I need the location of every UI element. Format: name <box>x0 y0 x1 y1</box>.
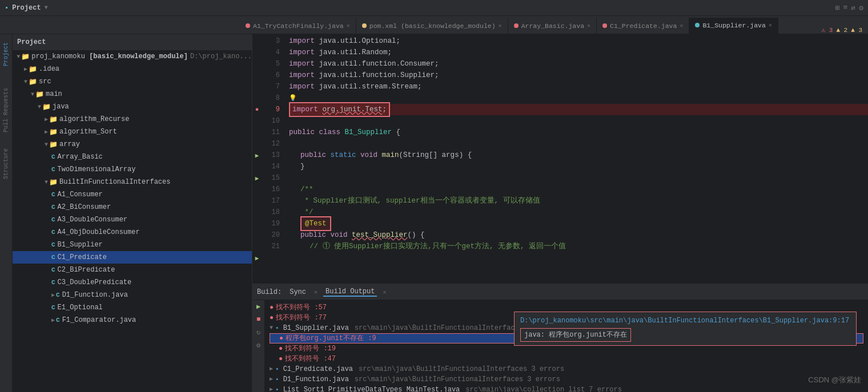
error-icon: ● <box>279 354 283 364</box>
dropdown-arrow[interactable]: ▼ <box>45 5 48 11</box>
tab-close-array[interactable]: ✕ <box>587 22 590 29</box>
main-content: ● ▶ ▶ ▶ <box>252 34 868 392</box>
run-gutter-11: ▶ <box>252 149 262 161</box>
tree-java[interactable]: ▼ 📁 java <box>13 100 252 113</box>
settings-icon[interactable]: ⚙ <box>859 3 863 13</box>
tree-c1-predicate[interactable]: C C1_Predicate <box>13 251 252 264</box>
tree-a2-biconsumer[interactable]: C A2_BiConsumer <box>13 201 252 213</box>
tree-src[interactable]: ▼ 📁 src <box>13 75 252 88</box>
tree-c3-doublepredicate[interactable]: C C3_DoublePredicate <box>13 276 252 289</box>
tree-idea[interactable]: ▶ 📁 .idea <box>13 63 252 75</box>
code-line-12 <box>289 138 868 149</box>
tab-label: A1_TryCatchFinally.java <box>253 22 344 30</box>
tree-arrow: ▼ <box>31 91 34 98</box>
folder-icon: 📁 <box>49 140 58 149</box>
tab-pom[interactable]: pom.xml (basic_knowledge_module) ✕ <box>356 18 508 34</box>
tree-main[interactable]: ▼ 📁 main <box>13 88 252 100</box>
file-label: C1_Predicate.java <box>283 364 353 374</box>
tree-label: A3_DoubleConsumer <box>58 216 127 224</box>
project-tree[interactable]: ▼ 📁 proj_kanomoku [basic_knowledge_modul… <box>13 50 252 392</box>
code-area[interactable]: import java.util.Optional; import java.u… <box>284 34 868 284</box>
globe-icon[interactable]: ⊞ <box>835 3 840 13</box>
tab-a1[interactable]: A1_TryCatchFinally.java ✕ <box>240 18 356 34</box>
code-editor[interactable]: ● ▶ ▶ ▶ <box>252 34 868 284</box>
tab-close-c1[interactable]: ✕ <box>680 22 683 29</box>
tab-active-dot <box>695 23 700 27</box>
error-detail-panel: D:\proj_kanomoku\src\main\java\BuiltInFu… <box>514 312 857 346</box>
tree-array-basic[interactable]: C Array_Basic <box>13 151 252 163</box>
tree-a3-doubleconsumer[interactable]: C A3_DoubleConsumer <box>13 213 252 226</box>
tree-arrow: ▼ <box>24 79 27 85</box>
file-icon: ▪ <box>275 374 279 385</box>
tree-algorithm-recurse[interactable]: ▶ 📁 algorithm_Recurse <box>13 113 252 126</box>
code-line-17: * Supplier接口测试, supplier相当一个容器或者变量, 可以存储… <box>289 195 868 207</box>
tree-label: BuiltInFunctionalInterfaces <box>59 178 170 186</box>
run-icon[interactable]: ▶ <box>256 302 260 311</box>
build-tab-build[interactable]: Build: <box>257 288 282 296</box>
filter-icon[interactable]: ⚙ <box>256 341 260 350</box>
warn-badge-3: ▲ 3 <box>851 27 862 34</box>
project-header: Project <box>13 34 252 50</box>
tree-d1-function[interactable]: ▶ C D1_Function.java <box>13 289 252 301</box>
tree-label: E1_Optional <box>58 304 103 312</box>
list-icon[interactable]: ≡ <box>843 3 848 12</box>
tree-b1-supplier[interactable]: C B1_Supplier <box>13 239 252 251</box>
tree-arrow: ▶ <box>45 116 48 123</box>
code-line-11: public class B1_Supplier { <box>289 127 868 138</box>
tree-a1-consumer[interactable]: C A1_Consumer <box>13 188 252 201</box>
tree-root[interactable]: ▼ 📁 proj_kanomoku [basic_knowledge_modul… <box>13 50 252 63</box>
file-label: List_Sort1_PrimitiveDataTypes_MainTest.j… <box>283 385 460 392</box>
tab-array[interactable]: Array_Basic.java ✕ <box>508 18 597 34</box>
build-content[interactable]: ● 找不到符号 :57 ● 找不到符号 :77 ▼ ▪ B1_Supplier.… <box>265 300 868 392</box>
run-gutter-20: ▶ <box>252 252 262 264</box>
refresh-icon[interactable]: ⇄ <box>851 3 855 13</box>
error-icon: ● <box>270 313 274 323</box>
tree-e1-optional[interactable]: C E1_Optional <box>13 301 252 314</box>
code-line-5: import java.util.function.Consumer; <box>289 58 868 70</box>
tree-arrow: ▶ <box>51 292 55 298</box>
tree-array[interactable]: ▼ 📁 array <box>13 138 252 151</box>
tab-close-a1[interactable]: ✕ <box>347 22 350 29</box>
java-c-icon: C <box>56 292 60 298</box>
tree-a4-objdoubleconsumer[interactable]: C A4_ObjDoubleConsumer <box>13 226 252 239</box>
build-file-c1[interactable]: ▶ ▪ C1_Predicate.java src\main\java\Buil… <box>270 364 863 374</box>
tree-label: A1_Consumer <box>58 191 103 199</box>
tab-c1[interactable]: C1_Predicate.java ✕ <box>597 18 689 34</box>
tree-label: .idea <box>39 65 59 73</box>
tree-label: A2_BiConsumer <box>58 203 111 211</box>
tree-arrow: ▶ <box>51 317 55 324</box>
stop-icon[interactable]: ■ <box>256 316 260 324</box>
file-suffix: src\main\java\collection_list 7 errors <box>465 385 622 392</box>
tree-label: C1_Predicate <box>58 253 107 261</box>
tree-c2-bipredicate[interactable]: C C2_BiPredicate <box>13 264 252 276</box>
error-gutter-9: ● <box>252 104 262 115</box>
java-c-icon: C <box>51 166 55 173</box>
tree-arrow: ▼ <box>17 54 20 60</box>
tree-label: algorithm_Recurse <box>59 115 129 123</box>
tree-2d-array[interactable]: C TwoDimensionalArray <box>13 163 252 176</box>
build-file-listsort[interactable]: ▶ ▪ List_Sort1_PrimitiveDataTypes_MainTe… <box>270 385 863 392</box>
pull-requests-icon[interactable]: Pull Requests <box>3 88 9 132</box>
error-text-3: 找不到符号 :19 <box>285 343 336 354</box>
tab-b1[interactable]: B1_Supplier.java ✕ <box>689 18 778 34</box>
tree-algorithm-sort[interactable]: ▶ 📁 algorithm_Sort <box>13 126 252 138</box>
tree-builtin[interactable]: ▼ 📁 BuiltInFunctionalInterfaces <box>13 176 252 188</box>
sync-icon[interactable]: ↻ <box>256 328 260 337</box>
tab-bar: A1_TryCatchFinally.java ✕ pom.xml (basic… <box>0 16 868 34</box>
tab-close-b1[interactable]: ✕ <box>769 22 772 29</box>
structure-icon[interactable]: Structure <box>3 148 9 179</box>
java-c-icon: C <box>51 229 55 236</box>
code-line-10 <box>289 115 868 127</box>
build-output-tab[interactable]: Build Output <box>323 288 377 297</box>
build-file-d1[interactable]: ▶ ▪ D1_Function.java src\main\java\Built… <box>270 374 863 385</box>
line-numbers: 3 4 5 6 7 8 9 10 11 12 13 14 15 16 <box>262 34 284 284</box>
build-sync-tab[interactable]: Sync <box>287 288 308 296</box>
build-sync-close[interactable]: ✕ <box>314 289 318 296</box>
build-output-close[interactable]: ✕ <box>383 289 386 296</box>
tab-close-pom[interactable]: ✕ <box>499 22 502 29</box>
tree-f1-comparator[interactable]: ▶ C F1_Comparator.java <box>13 314 252 326</box>
file-suffix: src\main\java\BuiltInFunctionalInterface… <box>359 364 564 374</box>
project-panel: Project ▼ 📁 proj_kanomoku [basic_knowled… <box>13 34 252 392</box>
tree-arrow: ▶ <box>24 66 27 72</box>
java-c-icon: C <box>51 153 55 160</box>
